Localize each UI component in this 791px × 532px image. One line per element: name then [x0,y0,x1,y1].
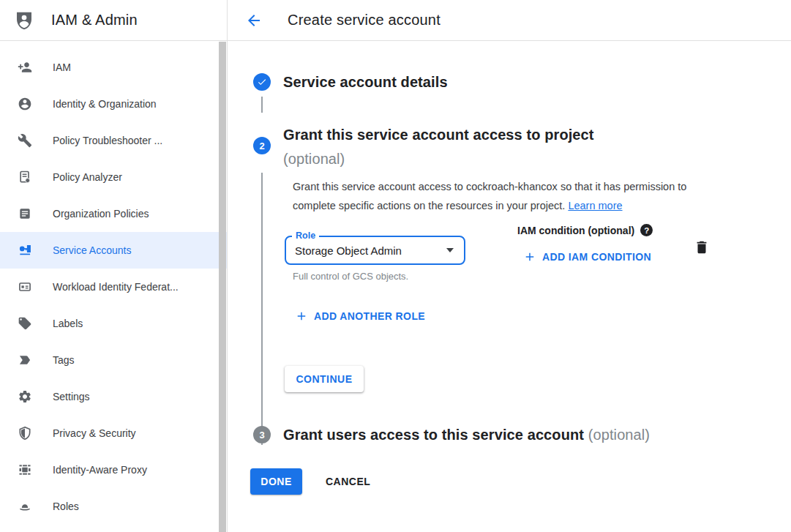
learn-more-link[interactable]: Learn more [568,200,622,211]
sidebar-item-label: Identity & Organization [53,98,157,110]
iam-admin-page: IAM & Admin IAM Identity & Organization … [0,0,791,532]
step2-number: 2 [259,141,264,151]
sidebar-item-organization-policies[interactable]: Organization Policies [0,195,227,232]
sidebar-scrollbar[interactable] [219,42,226,532]
sidebar-item-label: Policy Analyzer [53,171,122,183]
sidebar-item-tags[interactable]: Tags [0,342,227,378]
sidebar-item-identity-aware-proxy[interactable]: Identity-Aware Proxy [0,452,227,488]
page-title: Create service account [288,12,441,29]
step3-number: 3 [259,430,264,441]
step2-number-circle: 2 [253,137,271,154]
add-another-role-label: ADD ANOTHER ROLE [314,310,425,322]
step3-number-circle: 3 [253,426,271,443]
sidebar-header: IAM & Admin [0,0,227,41]
step2-optional-text: (optional) [283,151,345,167]
sidebar-item-label: Service Accounts [53,244,131,256]
workload-identity-icon [18,280,32,294]
account-circle-icon [18,97,32,111]
sidebar-item-service-accounts[interactable]: Service Accounts [0,232,227,269]
sidebar-item-label: Organization Policies [53,208,149,220]
iam-condition-label: IAM condition (optional) [517,225,634,236]
plus-icon [295,310,308,323]
gear-icon [18,389,32,404]
role-select[interactable]: Role Storage Object Admin [285,236,465,265]
sidebar-nav-list: IAM Identity & Organization Policy Troub… [0,41,227,525]
step2-description: Grant this service account access to coc… [293,177,723,215]
roles-hat-icon [18,499,32,514]
help-icon[interactable]: ? [640,224,653,236]
step-connector [261,97,263,113]
step-connector [261,173,263,445]
create-service-account-form: Service account details 2 Grant this ser… [228,41,791,532]
shield-icon [18,426,32,441]
back-button[interactable] [245,12,263,29]
sidebar-item-label: Workload Identity Federat... [53,281,179,293]
organization-policies-icon [18,206,32,221]
dropdown-arrow-icon [446,248,454,252]
cancel-button[interactable]: CANCEL [314,468,382,495]
sidebar-item-labels[interactable]: Labels [0,305,227,342]
service-accounts-icon [18,243,32,258]
proxy-icon [18,462,32,477]
sidebar-item-label: Labels [53,318,83,329]
continue-button[interactable]: CONTINUE [285,366,364,392]
sidebar-item-privacy-security[interactable]: Privacy & Security [0,415,227,452]
sidebar-item-label: IAM [53,61,71,73]
sidebar-item-iam[interactable]: IAM [0,49,227,86]
step3-title-text: Grant users access to this service accou… [283,427,584,443]
sidebar-item-policy-troubleshooter[interactable]: Policy Troubleshooter ... [0,122,227,159]
tag-icon [18,353,32,367]
sidebar-item-settings[interactable]: Settings [0,378,227,415]
delete-role-button[interactable] [691,237,712,258]
iam-condition-header: IAM condition (optional) ? [517,224,653,236]
sidebar-item-label: Roles [53,501,79,512]
person-add-icon [18,60,32,75]
sidebar-item-workload-identity-federation[interactable]: Workload Identity Federat... [0,269,227,305]
wrench-icon [18,133,32,148]
plus-icon [523,250,536,263]
add-iam-condition-label: ADD IAM CONDITION [542,251,651,263]
main-header: Create service account [228,0,791,41]
sidebar-item-label: Identity-Aware Proxy [53,464,147,476]
step2-title: Grant this service account access to pro… [283,123,737,171]
step1-complete-check-circle [253,73,271,91]
iam-admin-shield-icon [13,10,35,31]
sidebar-item-roles[interactable]: Roles [0,488,227,525]
done-button[interactable]: DONE [250,468,302,495]
sidebar-item-label: Policy Troubleshooter ... [53,135,162,146]
role-field-label: Role [292,231,319,241]
role-selected-value: Storage Object Admin [286,244,446,257]
app-title: IAM & Admin [51,12,138,29]
step2-title-text: Grant this service account access to pro… [283,127,594,143]
sidebar: IAM & Admin IAM Identity & Organization … [0,0,228,532]
label-icon [18,316,32,331]
sidebar-item-label: Privacy & Security [53,427,136,439]
sidebar-item-label: Settings [53,391,90,402]
step3-optional-text: (optional) [588,427,650,443]
sidebar-item-policy-analyzer[interactable]: Policy Analyzer [0,159,227,195]
check-icon [257,77,267,87]
step3-title: Grant users access to this service accou… [283,423,766,447]
add-iam-condition-button[interactable]: ADD IAM CONDITION [523,250,651,263]
sidebar-item-identity-organization[interactable]: Identity & Organization [0,86,227,122]
trash-icon [694,239,710,255]
policy-analyzer-icon [18,170,32,184]
add-another-role-button[interactable]: ADD ANOTHER ROLE [295,310,425,323]
role-helper-text: Full control of GCS objects. [293,271,408,282]
step1-title: Service account details [283,70,448,94]
step2-description-text: Grant this service account access to coc… [293,181,686,211]
back-arrow-icon [245,12,263,29]
main-panel: Create service account Service account d… [228,0,791,532]
sidebar-item-label: Tags [53,354,75,366]
